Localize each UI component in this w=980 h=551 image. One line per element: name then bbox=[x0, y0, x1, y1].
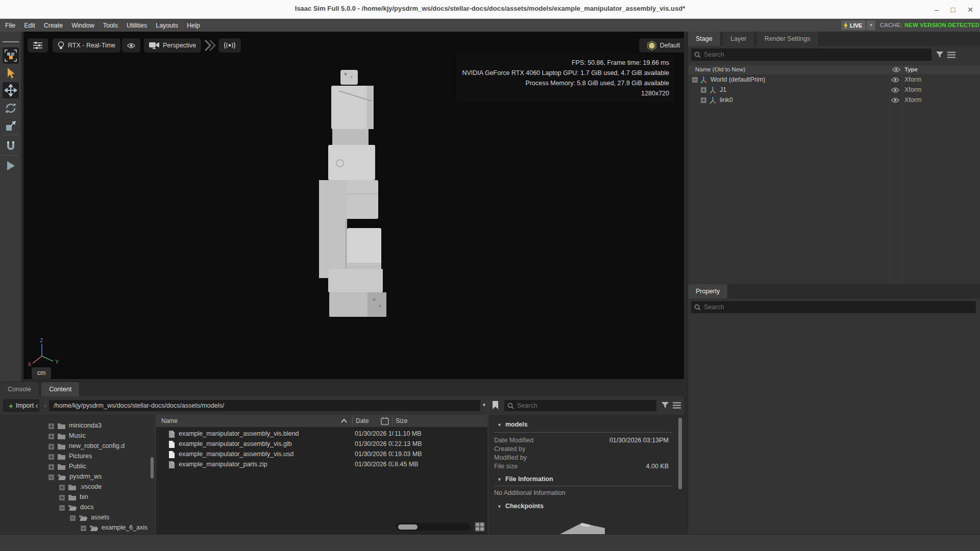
thumbnail-size-slider[interactable] bbox=[396, 523, 471, 531]
tree-item-new-robot-config[interactable]: + new_robot_config.d bbox=[0, 441, 155, 452]
filter-icon[interactable] bbox=[661, 402, 669, 409]
stage-search-input[interactable] bbox=[704, 51, 928, 58]
tab-stage[interactable]: Stage bbox=[688, 32, 721, 46]
stage-row-world[interactable]: − World (defaultPrim) Xform bbox=[688, 75, 980, 85]
path-input[interactable] bbox=[49, 400, 480, 411]
file-row-zip[interactable]: example_manipulator_parts.zip 01/30/2026… bbox=[156, 460, 487, 470]
tree-label[interactable]: miniconda3 bbox=[69, 422, 102, 429]
name-column-header[interactable]: Name (Old to New) bbox=[695, 66, 745, 72]
prim-name[interactable]: J1 bbox=[720, 86, 726, 93]
checkpoints-section-header[interactable]: ▼Checkpoints bbox=[497, 503, 544, 510]
tree-label[interactable]: Public bbox=[69, 463, 86, 470]
content-search-input[interactable] bbox=[517, 402, 653, 409]
tree-expander[interactable]: + bbox=[48, 423, 54, 429]
camera-selector-button[interactable]: Perspective bbox=[144, 38, 201, 53]
tree-expander[interactable]: − bbox=[59, 505, 65, 511]
tab-property[interactable]: Property bbox=[688, 284, 728, 298]
stage-row-j1[interactable]: + J1 Xform bbox=[688, 85, 980, 95]
tree-item-music[interactable]: + Music bbox=[0, 431, 155, 441]
menu-help[interactable]: Help bbox=[187, 22, 200, 29]
stage-search-box[interactable] bbox=[691, 48, 932, 61]
tree-expander[interactable]: + bbox=[48, 454, 54, 460]
tree-expander[interactable]: + bbox=[59, 485, 65, 490]
details-scrollbar[interactable] bbox=[678, 418, 682, 489]
tree-item-vscode[interactable]: + .vscode bbox=[0, 482, 155, 492]
filter-icon[interactable] bbox=[936, 51, 944, 59]
viewport-settings-button[interactable] bbox=[28, 38, 48, 53]
menu-layouts[interactable]: Layouts bbox=[156, 22, 178, 29]
grid-view-toggle[interactable] bbox=[475, 522, 485, 532]
tree-item-pictures[interactable]: + Pictures bbox=[0, 452, 155, 462]
tree-item-pysdrm-ws[interactable]: − pysdrm_ws bbox=[0, 472, 155, 482]
viewport-visibility-button[interactable] bbox=[122, 38, 140, 53]
play-button[interactable] bbox=[3, 158, 19, 174]
tab-layer[interactable]: Layer bbox=[723, 32, 754, 46]
renderer-selector-button[interactable]: RTX - Real-Time bbox=[53, 38, 120, 53]
maximize-button[interactable]: □ bbox=[946, 4, 960, 15]
tree-label[interactable]: example_6_axis bbox=[102, 524, 148, 531]
move-tool-button[interactable] bbox=[3, 82, 19, 98]
tree-label[interactable]: pysdrm_ws bbox=[69, 473, 102, 480]
menu-edit[interactable]: Edit bbox=[24, 22, 35, 29]
file-name[interactable]: example_manipulator_assembly_vis.usd bbox=[179, 450, 293, 458]
tree-expander[interactable]: − bbox=[70, 515, 76, 521]
property-search-input[interactable] bbox=[704, 304, 973, 311]
back-button[interactable]: ‹ bbox=[33, 399, 41, 412]
tree-expander[interactable]: − bbox=[81, 525, 86, 531]
menu-create[interactable]: Create bbox=[44, 22, 63, 29]
scale-tool-button[interactable] bbox=[3, 118, 19, 134]
tree-label[interactable]: Music bbox=[69, 432, 86, 439]
file-row-usd[interactable]: example_manipulator_assembly_vis.usd 01/… bbox=[156, 449, 487, 460]
tree-item-bin[interactable]: + bin bbox=[0, 492, 155, 503]
tree-expander[interactable]: + bbox=[48, 434, 54, 439]
visibility-eye-icon[interactable] bbox=[891, 97, 899, 103]
tab-render-settings[interactable]: Render Settings bbox=[757, 32, 819, 46]
menu-window[interactable]: Window bbox=[71, 22, 94, 29]
expand-expander[interactable]: + bbox=[701, 97, 706, 103]
path-dropdown-button[interactable]: ▼ bbox=[482, 403, 486, 408]
file-row-blend[interactable]: example_manipulator_assembly_vis.blend 0… bbox=[156, 429, 487, 439]
live-sync-button[interactable]: LIVE bbox=[841, 20, 866, 30]
tree-label[interactable]: new_robot_config.d bbox=[69, 442, 125, 449]
tree-item-assets[interactable]: − assets bbox=[0, 513, 155, 523]
viewport-expand-chevron[interactable] bbox=[203, 38, 216, 55]
tree-item-example-6-axis[interactable]: − example_6_axis bbox=[0, 523, 155, 533]
tree-expander[interactable]: + bbox=[48, 464, 54, 470]
tree-expander[interactable]: + bbox=[48, 444, 54, 449]
prim-name[interactable]: World (defaultPrim) bbox=[710, 76, 765, 83]
tree-item-public[interactable]: + Public bbox=[0, 462, 155, 472]
minimize-button[interactable]: – bbox=[930, 4, 943, 15]
type-column-header[interactable]: Type bbox=[904, 66, 918, 72]
slider-handle[interactable] bbox=[398, 524, 418, 530]
collapse-expander[interactable]: − bbox=[692, 77, 698, 83]
file-name[interactable]: example_manipulator_assembly_vis.blend bbox=[179, 430, 299, 437]
viewport-capture-button[interactable] bbox=[218, 38, 241, 53]
column-name[interactable]: Name bbox=[161, 417, 178, 424]
tab-content[interactable]: Content bbox=[41, 382, 80, 396]
snap-tool-button[interactable] bbox=[3, 137, 19, 154]
visibility-eye-icon[interactable] bbox=[891, 87, 899, 93]
lighting-mode-button[interactable]: Default bbox=[639, 38, 684, 53]
tree-label[interactable]: .vscode bbox=[80, 483, 102, 490]
list-options-icon[interactable] bbox=[947, 52, 955, 58]
menu-tools[interactable]: Tools bbox=[103, 22, 118, 29]
menu-utilities[interactable]: Utilities bbox=[127, 22, 147, 29]
viewport-3d[interactable]: RTX - Real-Time Perspective bbox=[23, 32, 684, 379]
file-row-glb[interactable]: example_manipulator_assembly_vis.glb 01/… bbox=[156, 439, 487, 449]
tree-expander[interactable]: + bbox=[59, 495, 65, 500]
content-search-box[interactable] bbox=[504, 400, 656, 411]
tree-item-docs[interactable]: − docs bbox=[0, 503, 155, 513]
cursor-tool-button[interactable] bbox=[3, 65, 19, 82]
file-information-section-header[interactable]: ▼File Information bbox=[497, 475, 553, 483]
live-dropdown-button[interactable]: ▾ bbox=[867, 20, 875, 30]
column-size[interactable]: Size bbox=[396, 417, 407, 424]
menu-file[interactable]: File bbox=[5, 22, 15, 29]
rotate-tool-button[interactable] bbox=[3, 100, 19, 116]
tree-item-miniconda3[interactable]: + miniconda3 bbox=[0, 421, 155, 431]
tree-expander[interactable]: − bbox=[48, 474, 54, 480]
folder-tree-scrollbar[interactable] bbox=[151, 457, 154, 479]
tree-label[interactable]: docs bbox=[80, 504, 93, 511]
stage-row-link0[interactable]: + link0 Xform bbox=[688, 95, 980, 106]
visibility-eye-icon[interactable] bbox=[891, 77, 899, 83]
property-search-box[interactable] bbox=[691, 301, 976, 313]
